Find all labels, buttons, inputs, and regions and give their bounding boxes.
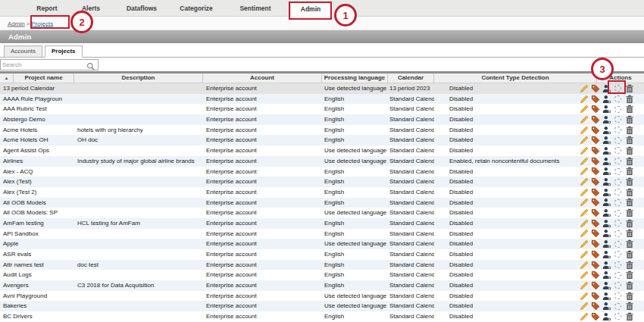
breadcrumb-admin-link[interactable]: Admin — [8, 20, 25, 27]
dashed-circle-icon[interactable] — [613, 136, 623, 145]
pencil-icon[interactable] — [579, 157, 589, 166]
tag-icon[interactable] — [590, 208, 600, 217]
user-gear-icon[interactable] — [602, 219, 611, 228]
pencil-icon[interactable] — [579, 95, 589, 104]
pencil-icon[interactable] — [579, 208, 589, 217]
pencil-icon[interactable] — [579, 261, 589, 270]
table-row[interactable]: Alex (Test)Enterprise accountEnglishStan… — [0, 177, 644, 187]
table-row[interactable]: Audit LogsEnterprise accountEnglishStand… — [0, 270, 644, 280]
trash-icon[interactable] — [624, 115, 634, 124]
nav-tab-report[interactable]: Report — [36, 5, 57, 12]
user-gear-icon[interactable] — [602, 208, 611, 217]
tag-icon[interactable] — [590, 229, 600, 238]
sort-indicator-cell[interactable]: ▲ — [0, 73, 14, 83]
pencil-icon[interactable] — [579, 177, 589, 186]
pencil-icon[interactable] — [579, 219, 589, 228]
tag-icon[interactable] — [590, 84, 600, 93]
dashed-circle-icon[interactable] — [613, 219, 623, 228]
nav-tab-sentiment[interactable]: Sentiment — [239, 5, 270, 12]
trash-icon[interactable] — [624, 302, 634, 311]
table-row[interactable]: Abstergo DemoEnterprise accountEnglishSt… — [0, 114, 644, 125]
trash-icon[interactable] — [624, 177, 634, 186]
user-gear-icon[interactable] — [602, 229, 611, 238]
tag-icon[interactable] — [590, 188, 600, 197]
trash-icon[interactable] — [624, 229, 634, 238]
dashed-circle-icon[interactable] — [613, 302, 623, 311]
user-gear-icon[interactable] — [602, 239, 611, 249]
tag-icon[interactable] — [590, 292, 600, 301]
table-row[interactable]: Alex - ACQEnterprise accountEnglishStand… — [0, 167, 644, 177]
trash-icon[interactable] — [624, 105, 634, 114]
table-row[interactable]: AppleEnterprise accountUse detected lang… — [0, 239, 644, 249]
trash-icon[interactable] — [624, 261, 634, 270]
dashed-circle-icon[interactable] — [613, 167, 623, 176]
tag-icon[interactable] — [590, 250, 600, 259]
user-gear-icon[interactable] — [602, 95, 611, 104]
trash-icon[interactable] — [624, 95, 634, 104]
trash-icon[interactable] — [624, 239, 634, 249]
user-gear-icon[interactable] — [602, 177, 611, 186]
search-box[interactable] — [0, 59, 98, 70]
tag-icon[interactable] — [590, 157, 600, 166]
trash-icon[interactable] — [624, 281, 634, 290]
tag-icon[interactable] — [590, 312, 600, 321]
user-gear-icon[interactable] — [602, 115, 611, 124]
column-header-project-name[interactable]: Project name — [14, 73, 74, 83]
user-gear-icon[interactable] — [602, 105, 611, 114]
dashed-circle-icon[interactable] — [613, 281, 623, 290]
table-row[interactable]: All OOB ModelsEnterprise accountEnglishS… — [0, 198, 644, 208]
tag-icon[interactable] — [590, 302, 600, 311]
user-gear-icon[interactable] — [602, 146, 611, 155]
pencil-icon[interactable] — [579, 126, 589, 135]
pencil-icon[interactable] — [579, 250, 589, 259]
user-gear-icon[interactable] — [602, 250, 611, 259]
user-gear-icon[interactable] — [602, 261, 611, 270]
table-row[interactable]: AmFam testingHCL testing for AmFamEnterp… — [0, 218, 644, 229]
table-row[interactable]: BC DriversEnterprise accountEnglishStand… — [0, 311, 644, 322]
pencil-icon[interactable] — [579, 115, 589, 124]
table-row[interactable]: AvengersC3 2018 for Data AcquisitionEnte… — [0, 280, 644, 291]
dashed-circle-icon[interactable] — [613, 312, 623, 321]
trash-icon[interactable] — [624, 312, 634, 321]
trash-icon[interactable] — [624, 136, 634, 145]
tag-icon[interactable] — [590, 281, 600, 290]
trash-icon[interactable] — [624, 219, 634, 228]
table-row[interactable]: ASR evalsEnterprise accountEnglishStanda… — [0, 249, 644, 260]
dashed-circle-icon[interactable] — [613, 177, 623, 186]
table-row[interactable]: All OOB Models: SPEnterprise accountUse … — [0, 208, 644, 218]
table-row[interactable]: Acme Hotels OHOH docEnterprise accountEn… — [0, 135, 644, 145]
dashed-circle-icon[interactable] — [613, 105, 623, 114]
pencil-icon[interactable] — [579, 198, 589, 207]
dashed-circle-icon[interactable] — [613, 261, 623, 270]
pencil-icon[interactable] — [579, 239, 589, 249]
pencil-icon[interactable] — [579, 229, 589, 238]
user-gear-icon[interactable] — [602, 157, 611, 166]
tag-icon[interactable] — [590, 167, 600, 176]
trash-icon[interactable] — [624, 250, 634, 259]
table-row[interactable]: AAA Rubric TestEnterprise accountEnglish… — [0, 104, 644, 114]
user-gear-icon[interactable] — [602, 198, 611, 207]
tag-icon[interactable] — [590, 146, 600, 155]
tag-icon[interactable] — [590, 219, 600, 228]
pencil-icon[interactable] — [579, 136, 589, 145]
table-row[interactable]: Avni PlaygroundEnterprise accountUse det… — [0, 291, 644, 302]
dashed-circle-icon[interactable] — [613, 188, 623, 197]
dashed-circle-icon[interactable] — [613, 95, 623, 104]
pencil-icon[interactable] — [579, 146, 589, 155]
user-gear-icon[interactable] — [602, 281, 611, 290]
tab-projects[interactable]: Projects — [45, 45, 83, 58]
user-gear-icon[interactable] — [602, 126, 611, 135]
nav-tab-categorize[interactable]: Categorize — [180, 5, 212, 12]
user-gear-icon[interactable] — [602, 302, 611, 311]
trash-icon[interactable] — [624, 270, 634, 280]
nav-tab-dataflows[interactable]: Dataflows — [127, 5, 157, 12]
trash-icon[interactable] — [624, 126, 634, 135]
search-input[interactable] — [2, 60, 84, 70]
pencil-icon[interactable] — [579, 281, 589, 290]
table-row[interactable]: Acme Hotelshotels with org hierarchyEnte… — [0, 125, 644, 136]
tag-icon[interactable] — [590, 95, 600, 104]
pencil-icon[interactable] — [579, 312, 589, 321]
tag-icon[interactable] — [590, 261, 600, 270]
tag-icon[interactable] — [590, 136, 600, 145]
table-row[interactable]: Agent Assist OpsEnterprise accountUse de… — [0, 145, 644, 156]
